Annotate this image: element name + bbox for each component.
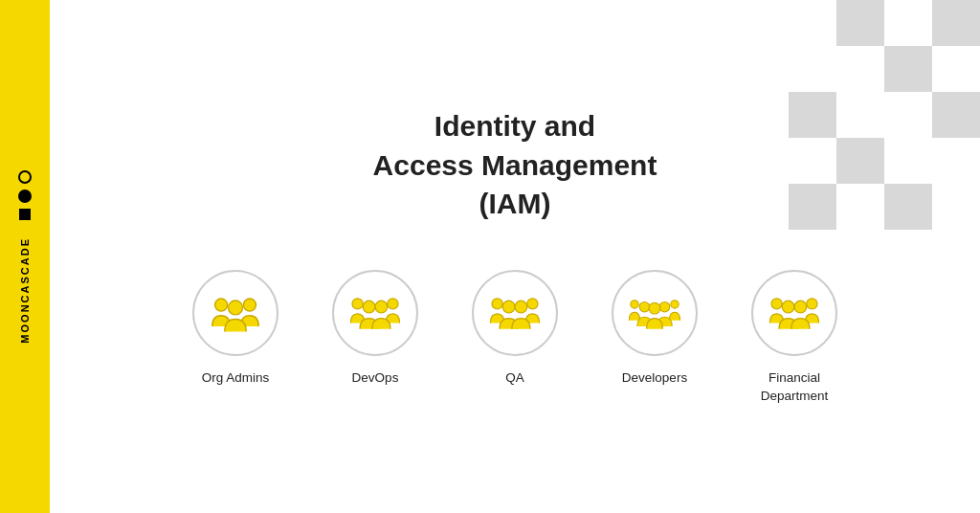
deco-cell [789, 0, 836, 46]
deco-cell [836, 46, 884, 92]
brand-icons [18, 170, 32, 220]
svg-point-3 [352, 299, 363, 309]
deco-cell [836, 138, 884, 184]
group-item-devops: DevOps [323, 270, 428, 388]
brand-icon-square [19, 209, 31, 220]
group-item-developers: Developers [602, 270, 707, 388]
deco-pattern [789, 0, 980, 230]
group-item-qa: QA [462, 270, 568, 388]
svg-point-17 [807, 299, 817, 309]
group-circle-org-admins [192, 270, 278, 356]
title-line1: Identity and [434, 110, 595, 142]
svg-point-8 [527, 299, 538, 309]
group-label-qa: QA [505, 369, 524, 388]
svg-point-16 [771, 299, 782, 309]
deco-cell [789, 184, 836, 230]
deco-cell [836, 92, 884, 138]
page-wrapper: MOONCASCADE Identity and Access Manageme… [0, 0, 980, 513]
svg-point-6 [375, 301, 388, 313]
main-content: Identity and Access Management (IAM) Org… [50, 0, 980, 513]
deco-cell [836, 184, 884, 230]
svg-point-18 [782, 301, 794, 313]
title-line3: (IAM) [479, 188, 551, 219]
deco-cell [789, 138, 836, 184]
deco-cell [884, 92, 932, 138]
svg-point-7 [492, 299, 502, 309]
deco-cell [932, 0, 980, 46]
deco-cell [789, 46, 836, 92]
page-title: Identity and Access Management (IAM) [373, 107, 657, 224]
brand-name: MOONCASCADE [19, 237, 31, 344]
left-sidebar: MOONCASCADE [0, 0, 50, 513]
deco-cell [836, 0, 884, 46]
deco-cell [884, 138, 932, 184]
svg-point-5 [363, 301, 375, 313]
deco-cell [884, 46, 932, 92]
group-item-financial-department: FinancialDepartment [742, 270, 847, 406]
deco-cell [932, 184, 980, 230]
svg-point-9 [502, 301, 515, 313]
svg-point-14 [659, 301, 670, 312]
group-label-financial-department: FinancialDepartment [761, 369, 829, 406]
group-label-developers: Developers [622, 369, 687, 388]
group-label-devops: DevOps [352, 369, 399, 388]
group-label-org-admins: Org Admins [202, 369, 270, 388]
title-line2: Access Management [373, 149, 657, 181]
svg-point-13 [639, 301, 650, 312]
title-block: Identity and Access Management (IAM) [373, 107, 657, 224]
group-circle-financial-department [751, 270, 837, 356]
svg-point-2 [229, 301, 243, 315]
deco-cell [884, 0, 932, 46]
svg-point-12 [671, 301, 679, 308]
brand-icon-circle-filled [18, 190, 32, 203]
deco-cell [932, 46, 980, 92]
svg-point-15 [649, 302, 660, 314]
deco-cell [932, 138, 980, 184]
group-item-org-admins: Org Admins [183, 270, 288, 388]
svg-point-10 [515, 301, 527, 313]
svg-point-4 [388, 299, 398, 309]
group-circle-developers [612, 270, 698, 356]
group-circle-qa [472, 270, 558, 356]
svg-point-19 [794, 301, 807, 313]
deco-cell [932, 92, 980, 138]
svg-point-0 [215, 299, 228, 311]
deco-cell [789, 92, 836, 138]
deco-cell [884, 184, 932, 230]
groups-row: Org Admins DevOps QA [183, 270, 847, 406]
svg-point-1 [243, 299, 256, 311]
group-circle-devops [332, 270, 418, 356]
brand-icon-circle-outline [18, 170, 32, 184]
svg-point-11 [631, 301, 638, 308]
